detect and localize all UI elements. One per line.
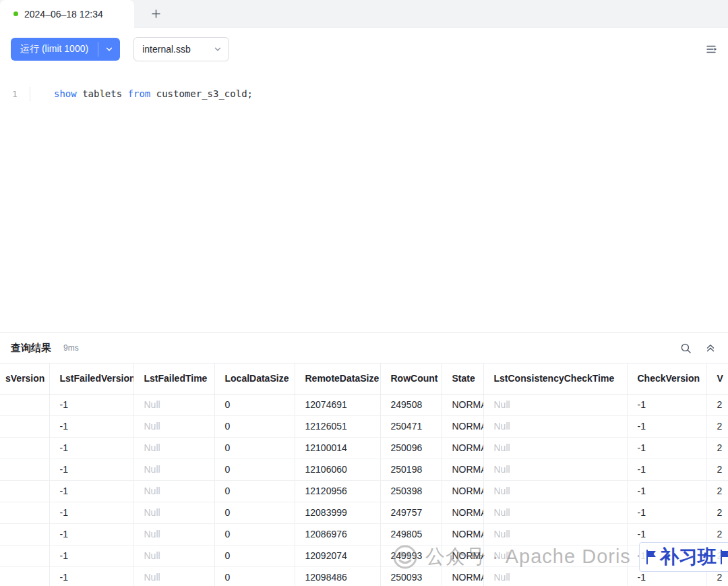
run-options-button[interactable] <box>98 38 120 61</box>
column-header[interactable]: V <box>706 363 728 394</box>
table-cell: NORMAL <box>442 459 483 480</box>
column-header[interactable]: LstFailedTime <box>133 363 214 394</box>
table-cell: 2 <box>706 566 728 586</box>
table-body: -1Null012074691249508NORMALNull-12-1Null… <box>0 394 728 586</box>
table-cell <box>0 394 49 415</box>
column-header[interactable]: State <box>442 363 483 394</box>
new-tab-button[interactable] <box>146 3 166 24</box>
table-row[interactable]: -1Null012074691249508NORMALNull-12 <box>0 394 728 415</box>
table-row[interactable]: -1Null012098486250093NORMALNull-12 <box>0 566 728 586</box>
table-row[interactable]: -1Null012126051250471NORMALNull-12 <box>0 415 728 437</box>
table-cell: 0 <box>214 523 295 545</box>
table-cell: 250096 <box>380 437 442 459</box>
table-cell: -1 <box>627 566 706 586</box>
column-header[interactable]: LstConsistencyCheckTime <box>483 363 627 394</box>
table-cell: 249508 <box>380 394 442 415</box>
table-cell: 12120956 <box>295 480 380 502</box>
table-cell: Null <box>133 545 214 566</box>
table-cell: 12100014 <box>295 437 380 459</box>
table-cell: -1 <box>49 437 133 459</box>
table-cell: 12098486 <box>295 566 380 586</box>
table-cell: Null <box>133 502 214 523</box>
table-cell: Null <box>133 437 214 459</box>
table-cell: 12092074 <box>295 545 380 566</box>
column-header[interactable]: LstFailedVersion <box>49 363 133 394</box>
table-cell: -1 <box>49 394 133 415</box>
table-cell: -1 <box>627 502 706 523</box>
search-icon[interactable] <box>680 343 692 354</box>
results-title: 查询结果 <box>11 342 51 355</box>
tab-bar: 2024–06–18 12:34 <box>0 0 728 28</box>
table-cell: NORMAL <box>442 523 483 545</box>
table-cell: -1 <box>49 545 133 566</box>
code-line: show tablets from customer_s3_cold; <box>30 87 253 101</box>
table-cell: 0 <box>214 459 295 480</box>
table-cell: Null <box>483 459 627 480</box>
table-cell: 2 <box>706 394 728 415</box>
table-cell: 12126051 <box>295 415 380 437</box>
table-row[interactable]: -1Null012120956250398NORMALNull-12 <box>0 480 728 502</box>
table-cell: 250198 <box>380 459 442 480</box>
tab-status-dot <box>13 11 18 16</box>
table-cell <box>0 523 49 545</box>
toolbar-right <box>705 43 717 55</box>
table-row[interactable]: -1Null012086976249805NORMALNull-12 <box>0 523 728 545</box>
database-select[interactable]: internal.ssb <box>133 37 229 61</box>
column-header[interactable]: CheckVersion <box>627 363 706 394</box>
table-cell: 2 <box>706 459 728 480</box>
table-cell: -1 <box>49 523 133 545</box>
column-header[interactable]: RemoteDataSize <box>295 363 380 394</box>
sql-editor[interactable]: 1 show tablets from customer_s3_cold; <box>0 70 728 332</box>
table-cell: 0 <box>214 545 295 566</box>
table-row[interactable]: -1Null012092074249993NORMALNull-12 <box>0 545 728 566</box>
table-cell: 2 <box>706 523 728 545</box>
results-table: sVersionLstFailedVersionLstFailedTimeLoc… <box>0 363 728 586</box>
query-tab[interactable]: 2024–06–18 12:34 <box>0 0 134 28</box>
table-cell: 0 <box>214 437 295 459</box>
code-token: show <box>54 88 77 99</box>
query-duration: 9ms <box>63 343 79 353</box>
table-row[interactable]: -1Null012083999249757NORMALNull-12 <box>0 502 728 523</box>
chevron-down-icon <box>214 45 222 53</box>
table-cell: 249757 <box>380 502 442 523</box>
table-row[interactable]: -1Null012106060250198NORMALNull-12 <box>0 459 728 480</box>
column-header[interactable]: LocalDataSize <box>214 363 295 394</box>
tab-label: 2024–06–18 12:34 <box>24 9 103 20</box>
table-cell: Null <box>133 566 214 586</box>
table-cell: 2 <box>706 437 728 459</box>
table-cell <box>0 459 49 480</box>
table-cell <box>0 415 49 437</box>
table-cell: 0 <box>214 394 295 415</box>
table-cell: Null <box>483 545 627 566</box>
format-sql-icon[interactable] <box>705 43 717 55</box>
table-cell: 2 <box>706 545 728 566</box>
table-cell: -1 <box>627 545 706 566</box>
table-cell: 250398 <box>380 480 442 502</box>
table-cell: Null <box>483 566 627 586</box>
table-cell: NORMAL <box>442 545 483 566</box>
table-cell: Null <box>133 415 214 437</box>
results-header: 查询结果 9ms <box>0 332 728 363</box>
column-header[interactable]: RowCount <box>380 363 442 394</box>
table-cell: 2 <box>706 480 728 502</box>
database-select-value: internal.ssb <box>142 44 191 55</box>
table-cell: Null <box>483 415 627 437</box>
table-cell: -1 <box>627 459 706 480</box>
table-cell: 12086976 <box>295 523 380 545</box>
table-row[interactable]: -1Null012100014250096NORMALNull-12 <box>0 437 728 459</box>
table-cell: NORMAL <box>442 394 483 415</box>
code-token: customer_s3_cold; <box>150 88 253 99</box>
table-cell: -1 <box>627 480 706 502</box>
table-cell: Null <box>133 523 214 545</box>
run-button[interactable]: 运行 (limit 1000) <box>11 38 98 61</box>
table-cell: -1 <box>627 437 706 459</box>
table-cell: Null <box>483 437 627 459</box>
collapse-results-icon[interactable] <box>705 343 716 353</box>
results-table-container[interactable]: sVersionLstFailedVersionLstFailedTimeLoc… <box>0 363 728 586</box>
code-token: from <box>128 88 151 99</box>
column-header[interactable]: sVersion <box>0 363 49 394</box>
table-cell: 249993 <box>380 545 442 566</box>
table-cell: 0 <box>214 480 295 502</box>
table-cell: 250471 <box>380 415 442 437</box>
table-cell: Null <box>133 480 214 502</box>
